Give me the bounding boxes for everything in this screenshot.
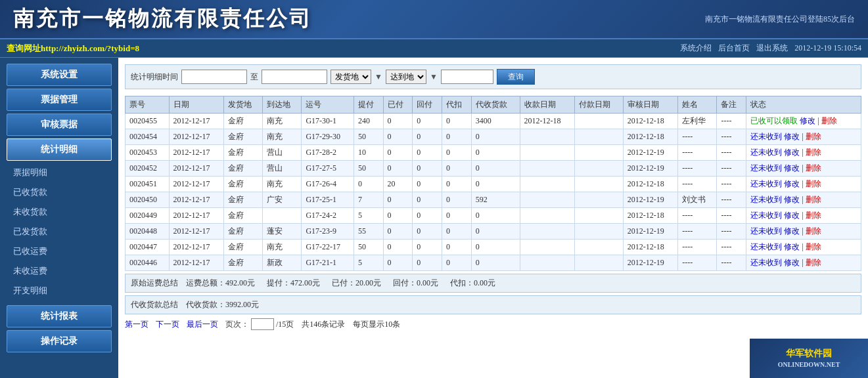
modify-link[interactable]: 修改 xyxy=(784,132,800,141)
filter-to-label: 至 xyxy=(250,72,258,83)
logo-text: 南充市一铭物流有限责任公司 xyxy=(13,5,312,33)
modify-link[interactable]: 修改 xyxy=(784,163,800,173)
modify-link[interactable]: 修改 xyxy=(800,116,815,125)
status-badge: 还未收到 xyxy=(750,148,782,157)
sidebar-btn-ticket-mgmt[interactable]: 票据管理 xyxy=(7,89,112,111)
delete-link[interactable]: 删除 xyxy=(821,116,837,125)
records-count: 共146条记录 xyxy=(302,320,345,329)
freight-total: 运费总额：492.00元 xyxy=(186,278,255,287)
table-row: 00204512012-12-17金府南充G17-26-40200002012-… xyxy=(126,177,861,192)
sidebar-sub-unreceived-payment[interactable]: 未收货款 xyxy=(7,203,112,221)
table-row: 00204552012-12-17金府南充G17-30-124000034002… xyxy=(126,114,861,129)
logout-link[interactable]: 退出系统 xyxy=(756,43,788,54)
sidebar-sub-received-payment[interactable]: 已收货款 xyxy=(7,183,112,201)
sidebar-sub-unreceived-freight[interactable]: 未收运费 xyxy=(7,262,112,280)
status-badge: 还未收到 xyxy=(750,242,782,251)
col-header-paid: 已付 xyxy=(383,96,413,114)
watermark-brand: 华军软件园 xyxy=(778,347,840,360)
pagination: 第一页 下一页 最后一页 页次： /15页 共146条记录 每页显示10条 xyxy=(125,318,861,330)
filter-time-end[interactable] xyxy=(262,70,327,84)
sidebar-sub-sent-payment[interactable]: 已发货款 xyxy=(7,222,112,241)
back-home-link[interactable]: 后台首页 xyxy=(718,43,750,54)
col-header-status: 状态 xyxy=(746,96,861,114)
sys-links: 系统介绍 后台首页 退出系统 2012-12-19 15:10:54 xyxy=(680,43,861,54)
status-badge: 还未收到 xyxy=(750,132,782,141)
delete-link[interactable]: 删除 xyxy=(806,226,821,236)
sys-intro-link[interactable]: 系统介绍 xyxy=(680,43,712,54)
col-header-name: 姓名 xyxy=(678,96,717,114)
back-total: 回付：0.00元 xyxy=(393,278,438,287)
sidebar-btn-op-record[interactable]: 操作记录 xyxy=(7,330,112,352)
watermark: 华军软件园 ONLINEDOWN.NET xyxy=(750,339,868,378)
deduct-total: 代扣：0.00元 xyxy=(450,278,495,287)
sidebar-btn-audit-ticket[interactable]: 审核票据 xyxy=(7,114,112,136)
sidebar-btn-stats-detail[interactable]: 统计明细 xyxy=(7,138,112,161)
freight-summary: 原始运费总结 运费总额：492.00元 提付：472.00元 已付：20.00元… xyxy=(125,274,861,293)
watermark-inner: 华军软件园 ONLINEDOWN.NET xyxy=(778,347,840,369)
status-badge: 还未收到 xyxy=(750,211,782,220)
filter-time-start[interactable] xyxy=(181,70,247,84)
query-url: 查询网址http://zhyizh.com/?tybid=8 xyxy=(7,43,139,54)
delete-link[interactable]: 删除 xyxy=(806,211,821,220)
modify-link[interactable]: 修改 xyxy=(784,195,800,204)
header-top-right: 南充市一铭物流有限责任公司登陆85次后台 xyxy=(705,14,855,25)
watermark-sub: ONLINEDOWN.NET xyxy=(778,360,840,369)
delete-link[interactable]: 删除 xyxy=(806,258,821,267)
col-header-cod: 代收货款 xyxy=(471,96,520,114)
sidebar-btn-stats-report[interactable]: 统计报表 xyxy=(7,305,112,327)
filter-arrow-origin: ▼ xyxy=(375,72,382,82)
sidebar-sub-received-freight[interactable]: 已收运费 xyxy=(7,242,112,261)
table-row: 00204462012-12-17金府新政G17-21-1500002012-1… xyxy=(126,255,861,271)
last-page-link[interactable]: 最后一页 xyxy=(187,320,218,329)
delete-link[interactable]: 删除 xyxy=(806,195,821,204)
col-header-date: 日期 xyxy=(169,96,223,114)
status-badge: 还未收到 xyxy=(750,226,782,236)
datetime: 2012-12-19 15:10:54 xyxy=(794,43,861,53)
table-row: 00204532012-12-17金府营山G17-28-21000002012-… xyxy=(126,145,861,161)
table-row: 00204522012-12-17金府营山G17-27-55000002012-… xyxy=(126,161,861,177)
col-header-track: 运号 xyxy=(302,96,354,114)
freight-total-label: 原始运费总结 xyxy=(131,278,178,287)
filter-extra[interactable] xyxy=(441,70,493,84)
sidebar-sub-ticket-detail[interactable]: 票据明细 xyxy=(7,163,112,182)
modify-link[interactable]: 修改 xyxy=(784,211,800,220)
delete-link[interactable]: 删除 xyxy=(806,132,821,141)
cod-total-label: 代收货款总结 xyxy=(131,300,178,309)
sidebar-sub-expense-detail[interactable]: 开支明细 xyxy=(7,282,112,300)
table-row: 00204542012-12-17金府南充G17-29-305000002012… xyxy=(126,129,861,145)
sidebar-btn-sys-settings[interactable]: 系统设置 xyxy=(7,64,112,86)
col-header-pay-date: 付款日期 xyxy=(575,96,624,114)
content-area: 统计明细时间 至 发货地 ▼ 达到地 ▼ 查询 票号 日期 发货地 到达地 xyxy=(118,58,868,378)
col-header-audit-date: 审核日期 xyxy=(623,96,677,114)
delete-link[interactable]: 删除 xyxy=(806,242,821,251)
header-bg-left: 南充市一铭物流有限责任公司 xyxy=(13,5,312,33)
filter-origin-select[interactable]: 发货地 xyxy=(331,70,371,84)
filter-dest-select[interactable]: 达到地 xyxy=(386,70,426,84)
modify-link[interactable]: 修改 xyxy=(784,226,800,236)
page-label: 页次： xyxy=(225,320,249,329)
cod-summary: 代收货款总结 代收货款：3992.00元 xyxy=(125,295,861,314)
first-page-link[interactable]: 第一页 xyxy=(125,320,148,329)
col-header-deduct: 代扣 xyxy=(442,96,472,114)
delete-link[interactable]: 删除 xyxy=(806,179,821,188)
delete-link[interactable]: 删除 xyxy=(806,148,821,157)
status-badge: 已收可以领取 xyxy=(750,116,798,125)
col-header-note: 备注 xyxy=(717,96,746,114)
header: 南充市一铭物流有限责任公司 南充市一铭物流有限责任公司登陆85次后台 xyxy=(0,0,868,39)
col-header-origin: 发货地 xyxy=(223,96,262,114)
data-table: 票号 日期 发货地 到达地 运号 提付 已付 回付 代扣 代收货款 收款日期 付… xyxy=(125,96,861,271)
modify-link[interactable]: 修改 xyxy=(784,148,800,157)
delete-link[interactable]: 删除 xyxy=(806,163,821,173)
status-badge: 还未收到 xyxy=(750,258,782,267)
cod-total: 代收货款：3992.00元 xyxy=(186,300,259,309)
modify-link[interactable]: 修改 xyxy=(784,179,800,188)
paid-total: 已付：20.00元 xyxy=(332,278,381,287)
query-button[interactable]: 查询 xyxy=(497,69,535,85)
page-input[interactable] xyxy=(251,318,274,330)
modify-link[interactable]: 修改 xyxy=(784,242,800,251)
prev-page-link[interactable]: 下一页 xyxy=(156,320,179,329)
modify-link[interactable]: 修改 xyxy=(784,258,800,267)
col-header-back: 回付 xyxy=(413,96,442,114)
col-header-id: 票号 xyxy=(126,96,170,114)
status-badge: 还未收到 xyxy=(750,195,782,204)
